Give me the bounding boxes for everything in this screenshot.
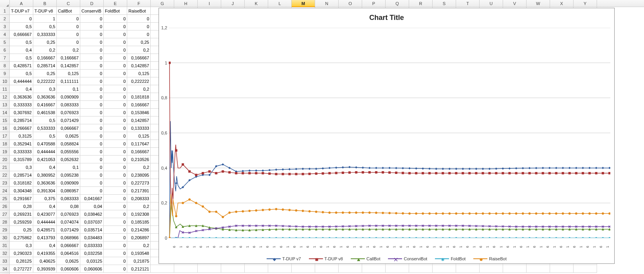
cell[interactable]: 0,3 [10, 163, 33, 171]
cell[interactable]: 0,275862 [10, 234, 33, 242]
cell[interactable] [409, 265, 433, 273]
cell[interactable]: 0,058824 [57, 140, 80, 148]
cell[interactable]: 0 [80, 187, 104, 195]
row-header-14[interactable]: 14 [0, 109, 9, 116]
cell[interactable] [174, 265, 198, 273]
column-header-W[interactable]: W [527, 0, 550, 7]
column-header-Y[interactable]: Y [574, 0, 597, 7]
cell[interactable]: 0 [104, 210, 127, 218]
cell[interactable]: 0,052632 [57, 156, 80, 163]
cell[interactable]: 0,222222 [127, 77, 151, 85]
cell[interactable]: 0,25 [33, 70, 57, 77]
cell[interactable]: 0,033333 [80, 242, 104, 249]
cell[interactable]: 0 [104, 132, 127, 140]
cell[interactable]: 0,444444 [10, 77, 33, 85]
row-header-32[interactable]: 32 [0, 249, 9, 257]
cell[interactable]: 0,444444 [33, 148, 57, 156]
column-header-I[interactable]: I [198, 0, 221, 7]
cell[interactable]: 0 [80, 85, 104, 93]
row-header-12[interactable]: 12 [0, 93, 9, 101]
cell[interactable]: 0,352941 [10, 140, 33, 148]
cell[interactable]: 0 [80, 116, 104, 124]
cell[interactable]: 0,238095 [127, 171, 151, 179]
cell[interactable]: 0 [104, 234, 127, 242]
cell[interactable]: 0,125 [127, 70, 151, 77]
cell[interactable]: 0,064516 [57, 249, 80, 257]
cell[interactable]: 0 [80, 156, 104, 163]
cell[interactable]: 0,034483 [80, 234, 104, 242]
cell[interactable]: 0,428571 [33, 226, 57, 234]
cell[interactable] [503, 265, 527, 273]
cell[interactable]: 0,142857 [57, 62, 80, 70]
cell[interactable]: 0,095238 [57, 171, 80, 179]
cell[interactable]: 0 [104, 163, 127, 171]
cell[interactable]: 0,2 [57, 46, 80, 54]
cell[interactable]: 0 [104, 46, 127, 54]
cell[interactable]: 0,421053 [33, 156, 57, 163]
row-header-9[interactable]: 9 [0, 70, 9, 77]
cell[interactable]: 0,055556 [57, 148, 80, 156]
row-header-13[interactable]: 13 [0, 101, 9, 109]
cell[interactable]: 0 [127, 23, 151, 30]
cell[interactable]: 0,0625 [57, 257, 80, 265]
column-header-J[interactable]: J [221, 0, 245, 7]
cell[interactable]: 0 [57, 23, 80, 30]
cell[interactable]: 0,0625 [57, 132, 80, 140]
row-header-5[interactable]: 5 [0, 38, 9, 46]
row-header-21[interactable]: 21 [0, 163, 9, 171]
cell[interactable]: 0,166667 [127, 54, 151, 62]
cell[interactable]: 0,533333 [33, 124, 57, 132]
cell[interactable]: 0,461538 [33, 109, 57, 116]
cell[interactable]: 0,266667 [10, 124, 33, 132]
cell[interactable]: 0,4 [10, 46, 33, 54]
column-header-H[interactable]: H [174, 0, 198, 7]
cell[interactable]: 0,142857 [127, 116, 151, 124]
cell[interactable]: 0,166667 [127, 101, 151, 109]
cell[interactable]: 0 [80, 148, 104, 156]
row-header-33[interactable]: 33 [0, 257, 9, 265]
cell[interactable] [362, 265, 386, 273]
cell[interactable]: 0,419355 [33, 249, 57, 257]
cell[interactable]: 0,444444 [33, 218, 57, 226]
cell-grid[interactable]: T-DUP v7T-DUP v8CallBotConserviBFoldBotR… [10, 7, 644, 274]
cell[interactable]: 0,066667 [57, 242, 80, 249]
cell[interactable]: 0,03125 [80, 257, 104, 265]
embedded-chart[interactable]: Chart Title 00,20,40,60,811,2 1163146617… [159, 8, 615, 264]
cell[interactable]: 0,060606 [57, 265, 80, 273]
column-header-L[interactable]: L [268, 0, 292, 7]
legend-item[interactable]: RaiseBot [473, 256, 507, 261]
cell[interactable]: 0,227273 [127, 179, 151, 187]
cell[interactable]: 0,212121 [127, 265, 151, 273]
cell[interactable]: 0 [80, 23, 104, 30]
cell[interactable]: 0 [10, 15, 33, 23]
cell[interactable]: 0 [104, 109, 127, 116]
cell[interactable]: 0,28 [10, 202, 33, 210]
column-header-M[interactable]: M [292, 0, 315, 7]
column-header-S[interactable]: S [433, 0, 456, 7]
cell[interactable]: 0 [104, 140, 127, 148]
cell[interactable]: 0 [80, 132, 104, 140]
cell[interactable]: 0 [104, 23, 127, 30]
cell[interactable]: 0 [80, 38, 104, 46]
cell[interactable]: 0,2 [127, 85, 151, 93]
cell[interactable]: 0,269231 [10, 210, 33, 218]
cell[interactable]: 0 [104, 77, 127, 85]
cell[interactable]: 0,076923 [57, 210, 80, 218]
cell[interactable]: 0,214286 [127, 226, 151, 234]
cell[interactable] [456, 265, 480, 273]
cell[interactable]: 0,333333 [10, 148, 33, 156]
cell[interactable]: 0,083333 [57, 101, 80, 109]
row-header-2[interactable]: 2 [0, 15, 9, 23]
cell[interactable]: 0,4 [33, 242, 57, 249]
cell[interactable]: 0 [80, 109, 104, 116]
cell[interactable]: 0 [80, 77, 104, 85]
cell[interactable]: ConserviB [80, 7, 104, 15]
cell[interactable]: 0,133333 [127, 124, 151, 132]
cell[interactable]: T-DUP v8 [33, 7, 57, 15]
cell[interactable]: 0 [104, 124, 127, 132]
cell[interactable]: 0,2 [127, 242, 151, 249]
cell[interactable]: 1 [33, 15, 57, 23]
chart-title[interactable]: Chart Title [159, 14, 614, 22]
cell[interactable]: 0,192308 [127, 210, 151, 218]
cell[interactable]: 0,041667 [80, 195, 104, 202]
